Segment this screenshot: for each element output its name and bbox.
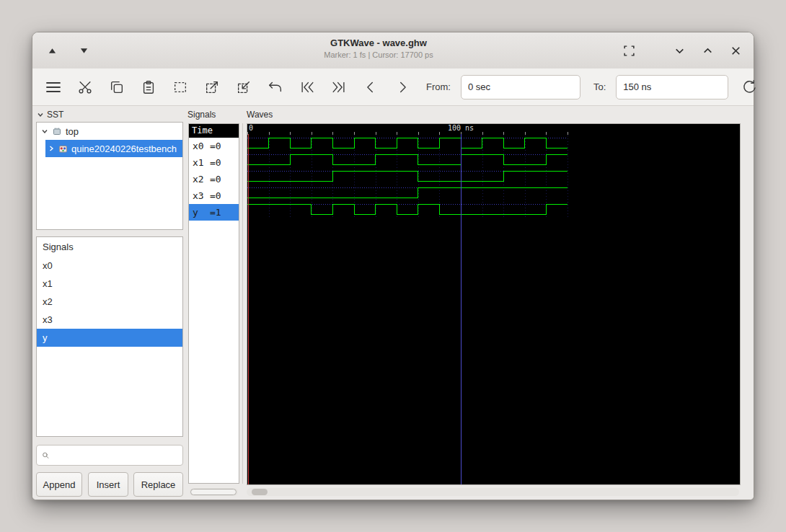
timeline-label: 100 ns	[448, 124, 474, 132]
chevron-down-icon	[674, 45, 686, 57]
wave-name-row-x2[interactable]: x2=0	[189, 171, 239, 187]
window-title: GTKWave - wave.ghw	[119, 37, 638, 48]
tree-child-label: quine20240226testbench	[71, 143, 177, 154]
close-icon	[730, 45, 742, 57]
list-item-x1[interactable]: x1	[37, 275, 182, 293]
shift-left-button[interactable]	[360, 76, 381, 98]
tree-root-label: top	[66, 126, 79, 137]
paste-traces-button[interactable]	[138, 76, 159, 98]
append-button[interactable]: Append	[36, 472, 82, 497]
wave-names-panel: Time x0=0 x1=0 x2=0 x3=0 y=1	[188, 123, 239, 484]
expander-right-icon[interactable]	[48, 145, 55, 152]
search-input[interactable]	[53, 445, 182, 466]
zoom-in-button[interactable]	[201, 76, 223, 98]
signals-list-header: Signals	[37, 237, 182, 257]
signal-value: =0	[210, 138, 221, 154]
wave-name-row-y[interactable]: y=1	[189, 204, 239, 221]
to-input[interactable]	[616, 75, 728, 99]
signal-value: =0	[210, 187, 221, 204]
tree-row-top[interactable]: top	[37, 123, 182, 140]
insert-button-label: Insert	[97, 479, 120, 490]
headerbar[interactable]: GTKWave - wave.ghw Marker: 1 fs | Cursor…	[32, 32, 754, 69]
copy-icon	[109, 79, 125, 95]
chevron-right-icon	[394, 79, 410, 95]
marker-cursor-status: Marker: 1 fs | Cursor: 17700 ps	[119, 50, 638, 59]
menu-button[interactable]	[43, 76, 64, 98]
tree-row-testbench[interactable]: quine20240226testbench	[45, 140, 182, 157]
list-item-x2[interactable]: x2	[37, 293, 182, 311]
signal-name: x1	[193, 154, 210, 171]
expander-down-icon[interactable]	[41, 128, 48, 135]
fullscreen-button[interactable]	[619, 41, 638, 60]
zoom-fit-button[interactable]	[169, 76, 191, 98]
insert-button[interactable]: Insert	[88, 472, 128, 497]
chevron-left-icon	[363, 79, 379, 95]
signal-name: y	[193, 204, 210, 221]
chevron-down-icon[interactable]	[37, 111, 44, 118]
names-hscrollbar-track[interactable]	[190, 488, 238, 496]
cut-traces-button[interactable]	[74, 76, 96, 98]
signal-value: =0	[210, 154, 221, 171]
down-triangle-icon	[80, 47, 88, 55]
go-to-end-button[interactable]	[328, 76, 350, 98]
main-toolbar: From: To:	[32, 68, 754, 106]
wave-name-row-x1[interactable]: x1=0	[189, 154, 239, 171]
signal-name: x2	[193, 171, 210, 187]
signal-name: x3	[193, 187, 210, 204]
waves-panel-header: Waves	[247, 110, 273, 120]
wave-name-row-x3[interactable]: x3=0	[189, 187, 239, 204]
go-to-start-button[interactable]	[296, 76, 318, 98]
waves-hscrollbar-thumb[interactable]	[252, 489, 268, 495]
copy-traces-button[interactable]	[106, 76, 128, 98]
pane-splitter[interactable]	[242, 123, 243, 484]
titlebar-down-arrow-button[interactable]	[74, 41, 93, 60]
list-item-x3[interactable]: x3	[37, 311, 182, 329]
minimize-button[interactable]	[670, 41, 689, 60]
time-header: Time	[189, 124, 239, 138]
search-icon	[42, 450, 49, 461]
signal-search-panel: Signals x0 x1 x2 x3 y	[36, 236, 183, 437]
waves-panel-label: Waves	[247, 110, 273, 120]
skip-start-icon	[299, 79, 315, 95]
zoom-out-button[interactable]	[233, 76, 255, 98]
waveform-svg: 0100 ns	[247, 124, 740, 484]
module-icon	[52, 126, 62, 136]
undo-icon	[268, 79, 283, 95]
append-button-label: Append	[43, 479, 76, 490]
wave-canvas[interactable]: 0100 ns	[247, 123, 741, 485]
waves-hscrollbar-track[interactable]	[247, 488, 739, 496]
zoom-undo-button[interactable]	[265, 76, 286, 98]
skip-end-icon	[331, 79, 347, 95]
timeline-label: 0	[249, 124, 253, 132]
signal-value: =1	[210, 204, 221, 221]
list-item-x0[interactable]: x0	[37, 257, 182, 275]
signal-name: x0	[193, 138, 210, 154]
up-triangle-icon	[48, 47, 56, 55]
fullscreen-icon	[623, 45, 635, 57]
titlebar-up-arrow-button[interactable]	[43, 41, 61, 60]
close-button[interactable]	[726, 41, 745, 60]
maximize-button[interactable]	[698, 41, 717, 60]
scissors-icon	[77, 79, 93, 95]
shift-right-button[interactable]	[392, 76, 413, 98]
sst-header: SST	[37, 110, 63, 120]
zoom-fit-icon	[172, 79, 188, 95]
zoom-in-icon	[204, 79, 220, 95]
names-hscrollbar-thumb[interactable]	[190, 489, 237, 495]
from-input[interactable]	[461, 75, 580, 99]
signal-search-box	[36, 445, 183, 466]
hamburger-icon	[45, 79, 62, 96]
wave-name-row-x0[interactable]: x0=0	[189, 138, 239, 154]
clipboard-icon	[141, 79, 156, 95]
names-panel-label: Signals	[187, 110, 216, 120]
sst-tree-panel: top quine20240226testbench	[36, 122, 183, 230]
chevron-up-icon	[702, 45, 714, 57]
zoom-out-icon	[236, 79, 252, 95]
to-label: To:	[593, 81, 606, 92]
replace-button[interactable]: Replace	[133, 472, 183, 497]
gtkwave-window: GTKWave - wave.ghw Marker: 1 fs | Cursor…	[32, 32, 754, 500]
sst-label: SST	[47, 110, 63, 120]
list-item-y[interactable]: y	[37, 329, 182, 347]
reload-button[interactable]	[738, 76, 760, 98]
names-panel-header: Signals	[187, 110, 216, 120]
